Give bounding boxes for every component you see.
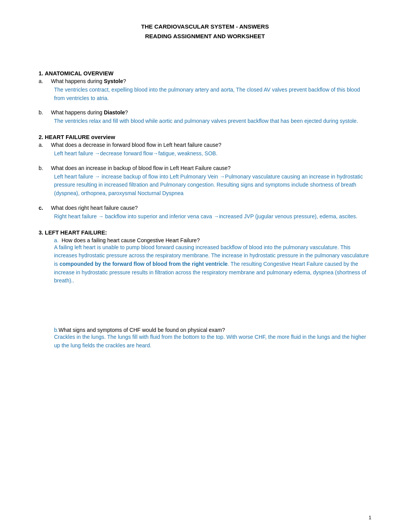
section-3-title: LEFT HEART FAILURE: — [45, 229, 107, 236]
question-2c-label: c. — [39, 205, 51, 211]
question-2a: a. What does a decrease in forward blood… — [39, 142, 371, 158]
question-3a-label: a. — [54, 237, 60, 243]
answer-1a: The ventricles contract, expelling blood… — [54, 86, 371, 102]
question-2c-row: c. What does right heart failure cause? — [39, 205, 371, 211]
section-2-num: 2. — [39, 134, 43, 140]
section-1-title: ANATOMICAL OVERVIEW — [45, 70, 114, 76]
systole-bold: Systole — [104, 78, 123, 84]
question-1b-label: b. — [39, 109, 51, 116]
question-1b: b. What happens during Diastole? The ven… — [39, 109, 371, 126]
question-3b-text: What signs and symptoms of CHF would be … — [59, 327, 225, 333]
question-2a-label: a. — [39, 142, 51, 148]
section-2-header: 2. HEART FAILURE overview — [39, 134, 371, 140]
section-3-header: 3. LEFT HEART FAILURE: — [39, 229, 371, 236]
answer-3b: Crackles in the lungs. The lungs fill wi… — [54, 333, 371, 350]
question-2a-text: What does a decrease in forward blood fl… — [51, 142, 371, 148]
diastole-bold: Diastole — [104, 109, 125, 116]
question-2a-row: a. What does a decrease in forward blood… — [39, 142, 371, 148]
section-2: 2. HEART FAILURE overview a. What does a… — [39, 134, 371, 221]
answer-3a-bold: compounded by the forward flow of blood … — [59, 261, 228, 267]
sub-title: READING ASSIGNMENT AND WORKSHEET — [39, 33, 371, 39]
question-2b-row: b. What does an increase in backup of bl… — [39, 165, 371, 171]
answer-3a: A failing left heart is unable to pump b… — [54, 243, 371, 285]
answer-1b: The ventricles relax and fill with blood… — [54, 117, 371, 126]
question-2b: b. What does an increase in backup of bl… — [39, 165, 371, 198]
page-header: THE CARDIOVASCULAR SYSTEM - ANSWERS READ… — [39, 23, 371, 39]
question-3a-row: a. How does a failing heart cause Conges… — [54, 237, 371, 243]
question-3b-row: b.What signs and symptoms of CHF would b… — [54, 327, 371, 333]
section-3-num: 3. — [39, 229, 43, 236]
answer-2c: Right heart failure → backflow into supe… — [54, 212, 371, 221]
main-title: THE CARDIOVASCULAR SYSTEM - ANSWERS — [39, 23, 371, 30]
answer-2a: Left heart failure →decrease forward flo… — [54, 150, 371, 158]
question-3a: a. How does a failing heart cause Conges… — [39, 237, 371, 285]
question-2b-text: What does an increase in backup of blood… — [51, 165, 371, 171]
answer-2b: Left heart failure → increase backup of … — [54, 173, 371, 198]
question-1b-row: b. What happens during Diastole? — [39, 109, 371, 116]
question-3b: b.What signs and symptoms of CHF would b… — [39, 327, 371, 350]
question-1a-label: a. — [39, 78, 51, 84]
section-1: 1. ANATOMICAL OVERVIEW a. What happens d… — [39, 70, 371, 126]
question-1a: a. What happens during Systole? The vent… — [39, 78, 371, 102]
section-1-header: 1. ANATOMICAL OVERVIEW — [39, 70, 371, 76]
page: THE CARDIOVASCULAR SYSTEM - ANSWERS READ… — [0, 0, 410, 532]
question-1a-row: a. What happens during Systole? — [39, 78, 371, 84]
section-1-num: 1. — [39, 70, 43, 76]
section-2-title: HEART FAILURE overview — [45, 134, 115, 140]
question-3a-text: How does a failing heart cause Congestiv… — [61, 237, 200, 243]
question-2c: c. What does right heart failure cause? … — [39, 205, 371, 221]
page-number: 1 — [369, 515, 371, 520]
question-2c-text: What does right heart failure cause? — [51, 205, 371, 211]
question-2b-label: b. — [39, 165, 51, 171]
question-1b-text: What happens during Diastole? — [51, 109, 371, 116]
section-3: 3. LEFT HEART FAILURE: a. How does a fai… — [39, 229, 371, 350]
question-1a-text: What happens during Systole? — [51, 78, 371, 84]
question-3b-label: b. — [54, 327, 59, 333]
